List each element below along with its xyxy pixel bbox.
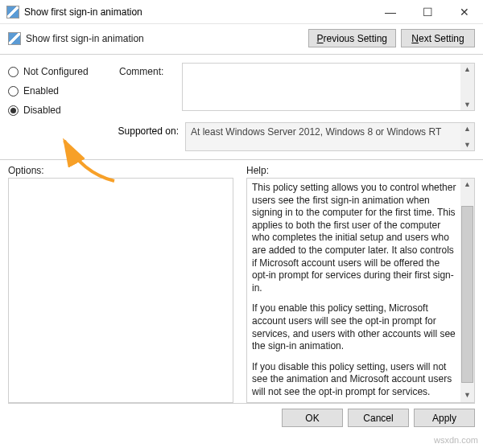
options-label: Options: — [8, 165, 233, 176]
apply-button[interactable]: Apply — [414, 409, 475, 427]
supported-row: Supported on: At least Windows Server 20… — [0, 116, 483, 156]
cancel-button[interactable]: Cancel — [348, 409, 409, 427]
radio-label: Disabled — [23, 105, 61, 116]
scrollbar[interactable]: ▲ ▼ — [460, 123, 474, 150]
scroll-up-icon: ▲ — [464, 123, 471, 134]
window-controls: — ☐ ✕ — [372, 0, 483, 23]
radio-not-configured[interactable]: Not Configured — [8, 66, 113, 77]
radio-group: Not Configured Enabled Disabled — [8, 63, 113, 116]
bottom-grid: Options: Help: This policy setting allow… — [0, 165, 483, 403]
watermark: wsxdn.com — [434, 435, 478, 445]
maximize-button[interactable]: ☐ — [409, 0, 446, 23]
policy-icon — [8, 32, 21, 45]
policy-title: Show first sign-in animation — [26, 33, 144, 44]
help-panel[interactable]: This policy setting allows you to contro… — [246, 178, 475, 403]
scroll-thumb[interactable] — [461, 206, 473, 383]
close-button[interactable]: ✕ — [446, 0, 483, 23]
scroll-up-icon: ▲ — [464, 179, 471, 191]
help-paragraph: If you disable this policy setting, user… — [252, 361, 456, 399]
window-title: Show first sign-in animation — [24, 6, 372, 18]
radio-enabled[interactable]: Enabled — [8, 85, 113, 97]
radio-icon — [8, 105, 19, 116]
divider — [0, 159, 483, 160]
app-icon — [6, 6, 19, 18]
radio-icon — [8, 86, 19, 97]
scroll-down-icon: ▼ — [464, 99, 471, 110]
next-setting-button[interactable]: Next Setting — [401, 29, 475, 47]
scroll-down-icon: ▼ — [464, 389, 471, 402]
ok-button[interactable]: OK — [282, 409, 343, 427]
supported-label: Supported on: — [113, 122, 185, 137]
titlebar: Show first sign-in animation — ☐ ✕ — [0, 0, 483, 24]
minimize-button[interactable]: — — [372, 0, 409, 23]
options-panel — [8, 178, 233, 403]
scroll-down-icon: ▼ — [464, 139, 471, 150]
config-grid: Not Configured Enabled Disabled Comment:… — [0, 60, 483, 116]
comment-label: Comment: — [119, 63, 175, 116]
help-label: Help: — [246, 165, 475, 176]
scrollbar[interactable]: ▲ ▼ — [460, 64, 474, 110]
previous-setting-button[interactable]: Previous Setting — [308, 29, 396, 47]
scrollbar[interactable]: ▲ ▼ — [460, 179, 474, 402]
radio-icon — [8, 67, 19, 77]
footer-buttons: OK Cancel Apply — [8, 403, 475, 432]
comment-textarea[interactable]: ▲ ▼ — [182, 63, 475, 111]
help-paragraph: If you enable this policy setting, Micro… — [252, 302, 456, 352]
header-row: Show first sign-in animation Previous Se… — [0, 24, 483, 51]
divider — [0, 54, 483, 55]
radio-label: Enabled — [23, 85, 59, 97]
radio-disabled[interactable]: Disabled — [8, 105, 113, 116]
supported-text: At least Windows Server 2012, Windows 8 … — [185, 122, 475, 151]
radio-label: Not Configured — [23, 66, 89, 77]
scroll-up-icon: ▲ — [464, 64, 471, 75]
help-paragraph: This policy setting allows you to contro… — [252, 182, 456, 294]
